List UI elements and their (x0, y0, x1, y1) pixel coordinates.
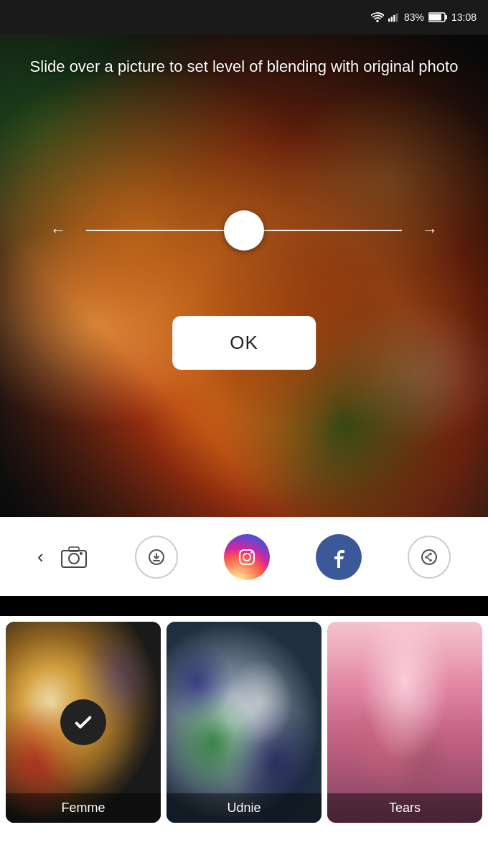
blend-slider-container[interactable]: ← → (0, 230, 488, 231)
download-icon (148, 549, 165, 566)
time-text: 13:08 (451, 11, 477, 23)
svg-point-10 (80, 552, 83, 555)
style-item-udnie[interactable]: Udnie (166, 622, 322, 823)
camera-button[interactable] (58, 544, 90, 570)
toolbar-left: ‹ (37, 544, 90, 570)
style-item-femme[interactable]: Femme (6, 622, 161, 823)
svg-rect-5 (429, 14, 441, 21)
styles-grid: Femme Udnie Tears (0, 616, 488, 868)
slider-thumb[interactable] (224, 210, 264, 251)
svg-rect-2 (393, 15, 395, 22)
slider-arrow-left-icon: ← (50, 221, 66, 240)
toolbar: ‹ (0, 517, 488, 596)
svg-line-20 (428, 557, 430, 559)
instagram-icon (235, 546, 258, 569)
udnie-label: Udnie (166, 793, 322, 823)
facebook-icon (329, 546, 349, 569)
status-bar: 83% 13:08 (0, 0, 488, 34)
svg-rect-1 (391, 17, 393, 22)
back-button[interactable]: ‹ (37, 546, 44, 568)
wifi-icon (371, 12, 384, 22)
femme-label: Femme (6, 793, 161, 823)
style-item-tears[interactable]: Tears (327, 622, 482, 823)
instruction-overlay: Slide over a picture to set level of ble… (0, 34, 488, 93)
svg-point-8 (69, 554, 79, 564)
status-icons: 83% 13:08 (371, 11, 477, 23)
svg-rect-6 (445, 15, 447, 19)
svg-point-13 (243, 554, 250, 561)
checkmark-icon (72, 711, 95, 734)
download-button[interactable] (135, 536, 178, 579)
share-button[interactable] (408, 536, 451, 579)
battery-text: 83% (404, 11, 424, 23)
ok-button-container: OK (172, 316, 316, 370)
slider-track[interactable]: ← → (86, 230, 402, 231)
share-icon (421, 549, 438, 566)
signal-icon (388, 12, 400, 22)
instruction-text: Slide over a picture to set level of ble… (29, 56, 459, 78)
image-area (0, 34, 488, 517)
svg-point-14 (250, 551, 253, 554)
tears-image (327, 622, 482, 823)
camera-icon (61, 546, 87, 568)
tears-label: Tears (327, 793, 482, 823)
slider-arrow-right-icon: → (422, 221, 438, 240)
svg-point-15 (422, 550, 436, 564)
facebook-button[interactable] (316, 534, 362, 580)
battery-icon (428, 12, 447, 22)
sushi-image (0, 34, 488, 517)
svg-rect-3 (396, 13, 398, 22)
svg-line-19 (428, 554, 430, 556)
instagram-button[interactable] (224, 534, 270, 580)
svg-rect-0 (388, 19, 390, 22)
udnie-image (166, 622, 322, 823)
ok-button[interactable]: OK (172, 316, 316, 370)
femme-selected-indicator (60, 699, 106, 745)
